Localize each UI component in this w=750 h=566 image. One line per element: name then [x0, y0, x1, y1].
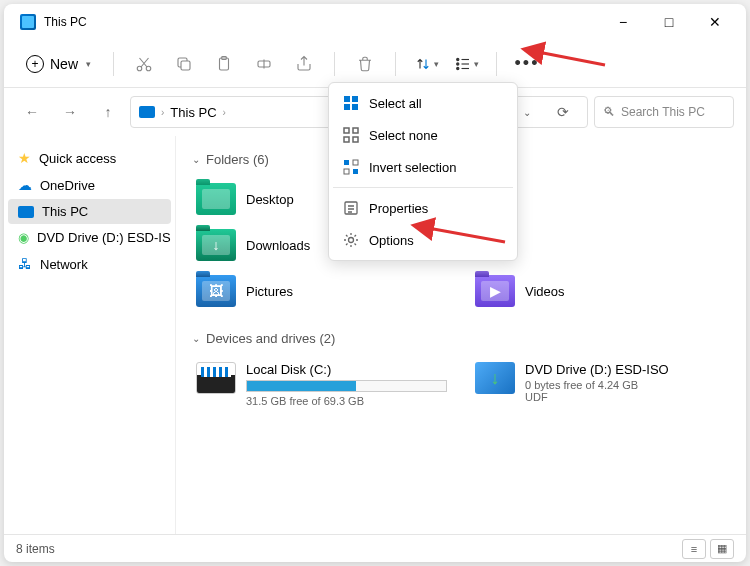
folder-videos[interactable]: ▶Videos — [471, 271, 730, 311]
breadcrumb-location: This PC — [170, 105, 216, 120]
item-count: 8 items — [16, 542, 55, 556]
toolbar: + New ▾ ▾ ▾ ••• — [4, 40, 746, 88]
svg-rect-10 — [352, 96, 358, 102]
svg-point-6 — [456, 58, 458, 60]
svg-rect-14 — [353, 128, 358, 133]
svg-rect-13 — [344, 128, 349, 133]
separator — [334, 52, 335, 76]
sidebar-item-this-pc[interactable]: This PC — [8, 199, 171, 224]
pc-icon — [18, 206, 34, 218]
chevron-down-icon: ⌄ — [192, 154, 200, 165]
capacity-fill — [247, 381, 356, 391]
minimize-button[interactable]: − — [600, 6, 646, 38]
search-placeholder: Search This PC — [621, 105, 705, 119]
folder-label: Pictures — [246, 284, 293, 299]
section-label: Folders (6) — [206, 152, 269, 167]
thumbnails-view-button[interactable]: ▦ — [710, 539, 734, 559]
invert-icon — [343, 159, 359, 175]
copy-button[interactable] — [166, 46, 202, 82]
close-button[interactable]: ✕ — [692, 6, 738, 38]
search-icon: 🔍︎ — [603, 105, 615, 119]
menu-label: Invert selection — [369, 160, 456, 175]
disc-icon: ◉ — [18, 230, 29, 245]
rename-button[interactable] — [246, 46, 282, 82]
svg-rect-15 — [344, 137, 349, 142]
sidebar-item-dvd[interactable]: ◉DVD Drive (D:) ESD-ISO — [8, 225, 171, 250]
chevron-down-icon: ▾ — [86, 59, 91, 69]
sidebar-item-onedrive[interactable]: ☁OneDrive — [8, 172, 171, 198]
svg-rect-20 — [353, 169, 358, 174]
drives-section-header[interactable]: ⌄ Devices and drives (2) — [192, 331, 730, 346]
search-input[interactable]: 🔍︎ Search This PC — [594, 96, 734, 128]
new-label: New — [50, 56, 78, 72]
chevron-down-icon: ▾ — [434, 59, 439, 69]
drive-name: DVD Drive (D:) ESD-ISO — [525, 362, 726, 377]
folder-icon: ▶ — [475, 275, 515, 307]
window-title: This PC — [44, 15, 87, 29]
select-all-item[interactable]: Select all — [333, 87, 513, 119]
chevron-down-icon: ⌄ — [192, 333, 200, 344]
star-icon: ★ — [18, 150, 31, 166]
drive-fs: UDF — [525, 391, 726, 403]
app-icon — [20, 14, 36, 30]
sidebar-item-label: OneDrive — [40, 178, 95, 193]
folder-pictures[interactable]: 🖼Pictures — [192, 271, 451, 311]
cloud-icon: ☁ — [18, 177, 32, 193]
menu-label: Options — [369, 233, 414, 248]
drive-local-disk[interactable]: Local Disk (C:) 31.5 GB free of 69.3 GB — [192, 358, 451, 411]
chevron-right-icon: › — [223, 107, 226, 118]
annotation-arrow — [530, 40, 610, 74]
svg-rect-9 — [344, 96, 350, 102]
sort-button[interactable]: ▾ — [408, 46, 444, 82]
share-button[interactable] — [286, 46, 322, 82]
window-controls: − □ ✕ — [600, 6, 738, 38]
annotation-arrow — [420, 220, 510, 254]
folder-icon: 🖼 — [196, 275, 236, 307]
titlebar: This PC − □ ✕ — [4, 4, 746, 40]
cut-button[interactable] — [126, 46, 162, 82]
folder-icon — [196, 183, 236, 215]
plus-icon: + — [26, 55, 44, 73]
svg-point-7 — [456, 62, 458, 64]
drive-dvd[interactable]: DVD Drive (D:) ESD-ISO 0 bytes free of 4… — [471, 358, 730, 411]
options-icon — [343, 232, 359, 248]
section-label: Devices and drives (2) — [206, 331, 335, 346]
svg-line-24 — [538, 52, 605, 65]
sidebar-item-network[interactable]: 🖧Network — [8, 251, 171, 277]
menu-label: Select all — [369, 96, 422, 111]
folder-icon: ↓ — [196, 229, 236, 261]
new-button[interactable]: + New ▾ — [16, 49, 101, 79]
network-icon: 🖧 — [18, 256, 32, 272]
back-button[interactable]: ← — [16, 96, 48, 128]
view-button[interactable]: ▾ — [448, 46, 484, 82]
svg-point-8 — [456, 67, 458, 69]
invert-selection-item[interactable]: Invert selection — [333, 151, 513, 183]
drive-name: Local Disk (C:) — [246, 362, 447, 377]
sidebar-item-label: This PC — [42, 204, 88, 219]
svg-rect-19 — [344, 169, 349, 174]
drive-free-text: 31.5 GB free of 69.3 GB — [246, 395, 447, 407]
folder-label: Downloads — [246, 238, 310, 253]
delete-button[interactable] — [347, 46, 383, 82]
refresh-button[interactable]: ⟳ — [547, 96, 579, 128]
properties-icon — [343, 200, 359, 216]
separator — [496, 52, 497, 76]
separator — [113, 52, 114, 76]
details-view-button[interactable]: ≡ — [682, 539, 706, 559]
folder-label: Desktop — [246, 192, 294, 207]
svg-line-26 — [428, 228, 505, 242]
drive-info: DVD Drive (D:) ESD-ISO 0 bytes free of 4… — [525, 362, 726, 407]
status-bar: 8 items ≡ ▦ — [4, 534, 746, 562]
select-none-item[interactable]: Select none — [333, 119, 513, 151]
view-mode-buttons: ≡ ▦ — [682, 539, 734, 559]
sidebar-item-quick-access[interactable]: ★Quick access — [8, 145, 171, 171]
sidebar: ★Quick access ☁OneDrive This PC ◉DVD Dri… — [4, 136, 176, 534]
svg-rect-18 — [353, 160, 358, 165]
svg-rect-17 — [344, 160, 349, 165]
sidebar-item-label: DVD Drive (D:) ESD-ISO — [37, 230, 171, 245]
up-button[interactable]: ↑ — [92, 96, 124, 128]
maximize-button[interactable]: □ — [646, 6, 692, 38]
forward-button[interactable]: → — [54, 96, 86, 128]
chevron-right-icon: › — [161, 107, 164, 118]
paste-button[interactable] — [206, 46, 242, 82]
